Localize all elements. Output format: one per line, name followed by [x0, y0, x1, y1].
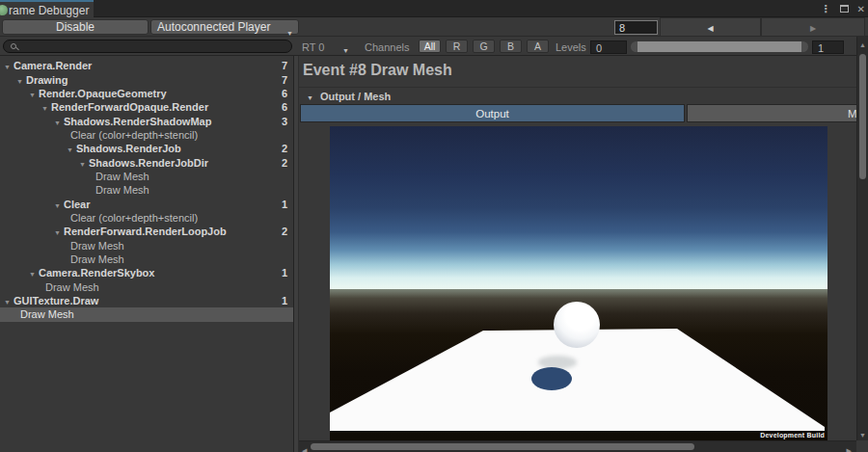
- frame-debugger-window: rame Debugger Disable Autoconnected Play…: [0, 0, 868, 452]
- detail-tabs: Output Mesh: [300, 104, 856, 122]
- foldout-arrow-icon[interactable]: [54, 226, 64, 237]
- tab-mesh[interactable]: Mesh: [687, 104, 856, 122]
- render-preview[interactable]: Development Build: [330, 126, 827, 440]
- tree-row[interactable]: RenderForward.RenderLoopJob 2: [0, 225, 293, 238]
- tab-output[interactable]: Output: [300, 104, 685, 122]
- tree-row-count: 3: [282, 116, 287, 127]
- event-tree: Camera.Render 7 Drawing 7 Render.OpaqueG…: [0, 56, 293, 452]
- tree-row-count: 1: [282, 295, 287, 306]
- foldout-arrow-icon[interactable]: [41, 101, 51, 113]
- tree-row-count: 7: [282, 60, 287, 71]
- scroll-up-icon[interactable]: [859, 38, 866, 49]
- tree-row-label: Draw Mesh: [45, 281, 99, 293]
- channels-label: Channels: [365, 41, 409, 53]
- channel-buttons: All R G B A: [419, 40, 549, 53]
- tree-row-count: 6: [282, 88, 287, 99]
- toolbar: Disable Autoconnected Player 8: [0, 17, 868, 37]
- tree-row-label: Render.OpaqueGeometry: [39, 88, 167, 99]
- triangle-right-icon: [810, 21, 816, 33]
- level-min-field[interactable]: 0: [590, 40, 627, 54]
- event-detail-panel: Event #8 Draw Mesh Output / Mesh Output …: [299, 56, 856, 440]
- tree-row-label: Camera.RenderSkybox: [39, 267, 154, 279]
- tree-row[interactable]: Camera.RenderSkybox 1: [0, 266, 293, 279]
- tree-row-label: Shadows.RenderJobDir: [89, 157, 208, 169]
- foldout-arrow-icon[interactable]: [79, 157, 89, 169]
- sphere-mesh: [554, 302, 600, 348]
- window-tab-title: rame Debugger: [9, 4, 89, 17]
- tree-row[interactable]: GUITexture.Draw 1: [0, 294, 293, 307]
- tree-row[interactable]: Draw Mesh: [0, 307, 293, 321]
- event-number-field[interactable]: 8: [614, 20, 658, 35]
- horizontal-scrollbar[interactable]: [299, 440, 856, 452]
- tree-row[interactable]: Shadows.RenderShadowMap 3: [0, 114, 293, 127]
- tree-row[interactable]: Clear (color+depth+stencil): [0, 211, 293, 225]
- titlebar: rame Debugger: [0, 0, 868, 17]
- tree-row[interactable]: Shadows.RenderJobDir 2: [0, 155, 293, 169]
- tree-row[interactable]: Clear 1: [0, 197, 293, 210]
- channel-b-button[interactable]: B: [500, 40, 522, 53]
- channel-a-button[interactable]: A: [527, 40, 549, 53]
- tree-row[interactable]: Draw Mesh: [0, 238, 293, 252]
- sphere-shadow: [531, 367, 572, 390]
- horizontal-scrollbar-thumb[interactable]: [311, 443, 694, 450]
- player-dropdown-label: Autoconnected Player: [157, 20, 270, 34]
- foldout-arrow-icon[interactable]: [54, 199, 64, 210]
- foldout-arrow-icon[interactable]: [4, 60, 14, 71]
- tree-row-label: RenderForwardOpaque.Render: [51, 101, 208, 113]
- rt-dropdown[interactable]: RT 0: [302, 41, 324, 53]
- tree-row-count: 2: [282, 143, 287, 154]
- levels-range-slider[interactable]: [631, 41, 808, 52]
- disable-button[interactable]: Disable: [2, 19, 149, 35]
- tree-row-count: 2: [282, 226, 287, 237]
- vertical-scrollbar[interactable]: [856, 37, 868, 440]
- tree-row-label: Draw Mesh: [95, 184, 149, 196]
- chevron-down-icon[interactable]: [342, 43, 349, 55]
- foldout-arrow-icon[interactable]: [67, 143, 76, 154]
- status-dot-icon: [0, 5, 8, 15]
- output-mesh-foldout[interactable]: Output / Mesh: [299, 87, 856, 104]
- tree-row[interactable]: Draw Mesh: [0, 183, 293, 197]
- tree-row[interactable]: Render.OpaqueGeometry 6: [0, 87, 293, 100]
- foldout-arrow-icon[interactable]: [16, 74, 26, 86]
- foldout-arrow-icon[interactable]: [29, 267, 39, 279]
- tree-row-label: Draw Mesh: [70, 240, 124, 252]
- next-event-button[interactable]: [761, 17, 865, 37]
- tree-row[interactable]: Draw Mesh: [0, 280, 293, 294]
- tree-row[interactable]: Camera.Render 7: [0, 59, 293, 72]
- tree-row-label: Draw Mesh: [70, 253, 124, 265]
- vertical-scrollbar-thumb[interactable]: [859, 54, 866, 179]
- foldout-arrow-icon[interactable]: [4, 295, 14, 306]
- window-controls: [821, 0, 865, 17]
- tree-row-label: Shadows.RenderShadowMap: [64, 116, 211, 127]
- search-input[interactable]: [3, 40, 292, 53]
- tree-row[interactable]: Drawing 7: [0, 72, 293, 86]
- filter-bar: RT 0 Channels All R G B A Levels 0 1: [0, 37, 868, 56]
- tree-row[interactable]: Draw Mesh: [0, 170, 293, 183]
- levels-label: Levels: [556, 41, 586, 53]
- player-dropdown[interactable]: Autoconnected Player: [150, 19, 299, 35]
- tree-row[interactable]: Shadows.RenderJob 2: [0, 142, 293, 155]
- prev-event-button[interactable]: [660, 17, 761, 37]
- channel-all-button[interactable]: All: [419, 40, 441, 53]
- foldout-arrow-icon: [307, 91, 313, 102]
- tree-row[interactable]: Draw Mesh: [0, 253, 293, 266]
- channel-g-button[interactable]: G: [473, 40, 495, 53]
- tree-row-label: GUITexture.Draw: [14, 295, 98, 306]
- scroll-down-icon[interactable]: [859, 428, 866, 439]
- window-tab[interactable]: rame Debugger: [0, 0, 94, 17]
- foldout-arrow-icon[interactable]: [54, 116, 64, 127]
- level-max-field[interactable]: 1: [812, 40, 844, 54]
- development-build-watermark: Development Build: [760, 432, 825, 439]
- scroll-right-icon[interactable]: [847, 443, 852, 452]
- tree-row-label: Draw Mesh: [20, 308, 74, 320]
- tree-row[interactable]: Clear (color+depth+stencil): [0, 128, 293, 142]
- tree-row-count: 6: [282, 101, 287, 113]
- scroll-left-icon[interactable]: [302, 443, 307, 452]
- foldout-arrow-icon[interactable]: [29, 88, 39, 99]
- channel-r-button[interactable]: R: [446, 40, 468, 53]
- tree-row[interactable]: RenderForwardOpaque.Render 6: [0, 100, 293, 114]
- kebab-menu-icon[interactable]: [821, 3, 831, 15]
- close-icon[interactable]: [857, 3, 865, 14]
- maximize-icon[interactable]: [840, 5, 849, 13]
- tree-row-label: Draw Mesh: [95, 171, 149, 182]
